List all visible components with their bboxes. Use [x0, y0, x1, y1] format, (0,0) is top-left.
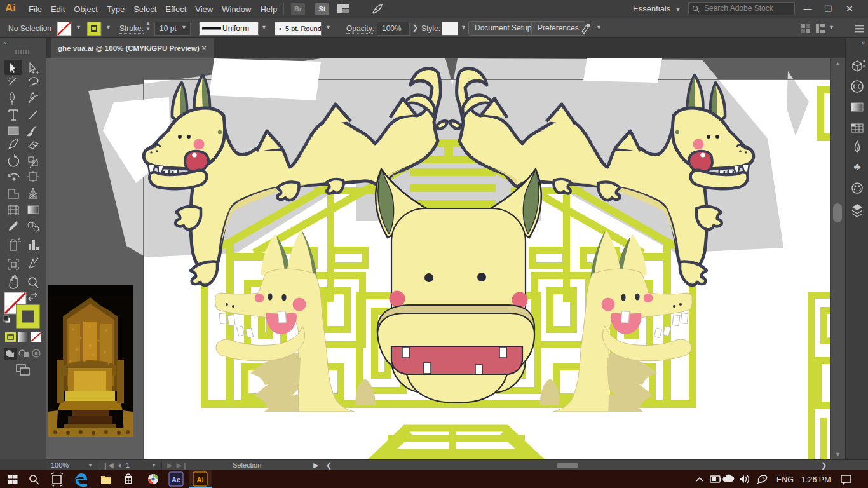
svg-text:ENG: ENG [776, 475, 794, 484]
svg-text:1:26 PM: 1:26 PM [801, 475, 831, 484]
svg-text:♣: ♣ [853, 161, 860, 173]
svg-text:Ai: Ai [197, 476, 204, 484]
svg-text:Ae: Ae [172, 476, 180, 484]
